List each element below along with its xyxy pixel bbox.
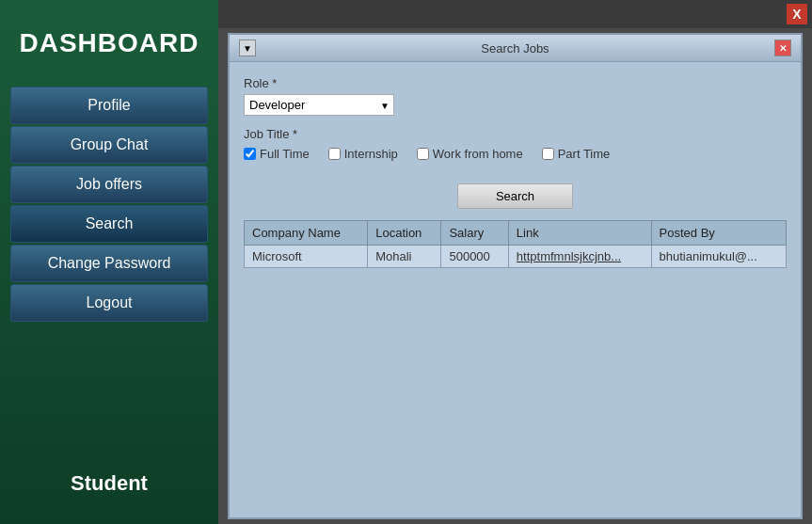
topbar-close-button[interactable]: X bbox=[787, 4, 807, 24]
wfh-checkbox-label[interactable]: Work from home bbox=[417, 147, 523, 161]
table-row: Microsoft Mohali 500000 httptmfmnlsjkcjn… bbox=[245, 246, 787, 268]
close-icon: ✕ bbox=[779, 43, 787, 54]
role-row: Role * Developer Designer Manager Analys… bbox=[244, 76, 787, 116]
parttime-label: Part Time bbox=[558, 147, 611, 161]
sidebar-item-change-password[interactable]: Change Password bbox=[10, 245, 208, 282]
search-jobs-window: ▼ Search Jobs ✕ Role * Developer Designe… bbox=[228, 33, 803, 519]
sidebar-item-group-chat[interactable]: Group Chat bbox=[10, 126, 208, 164]
role-select[interactable]: Developer Designer Manager Analyst Teste… bbox=[244, 94, 394, 116]
internship-checkbox-label[interactable]: Internship bbox=[328, 147, 398, 161]
col-salary: Salary bbox=[441, 221, 508, 246]
cell-salary: 500000 bbox=[441, 246, 508, 268]
sidebar-item-profile[interactable]: Profile bbox=[10, 87, 208, 124]
cell-location: Mohali bbox=[368, 246, 441, 268]
top-bar: X bbox=[218, 0, 812, 28]
sidebar-item-job-offers[interactable]: Job offers bbox=[10, 166, 208, 203]
role-select-wrapper: Developer Designer Manager Analyst Teste… bbox=[244, 94, 394, 116]
fulltime-checkbox-label[interactable]: Full Time bbox=[244, 147, 310, 161]
nav-menu: Profile Group Chat Job offers Search Cha… bbox=[0, 87, 218, 322]
window-content: Role * Developer Designer Manager Analys… bbox=[230, 62, 801, 517]
cell-posted-by: bhutianimukul@... bbox=[651, 246, 786, 268]
checkboxes-row: Full Time Internship Work from home Part… bbox=[244, 147, 787, 161]
user-role-label: Student bbox=[71, 471, 148, 524]
results-table-container: Company Name Location Salary Link Posted… bbox=[244, 220, 787, 268]
wfh-label: Work from home bbox=[433, 147, 523, 161]
results-table: Company Name Location Salary Link Posted… bbox=[244, 220, 787, 268]
cell-link[interactable]: httptmfmnlsjkcjnb... bbox=[508, 246, 651, 268]
window-titlebar: ▼ Search Jobs ✕ bbox=[230, 35, 801, 62]
job-title-row: Job Title * Full Time Internship Work fr… bbox=[244, 127, 787, 172]
sidebar-item-logout[interactable]: Logout bbox=[10, 284, 208, 322]
search-button-row: Search bbox=[244, 183, 787, 209]
internship-label: Internship bbox=[344, 147, 398, 161]
col-company-name: Company Name bbox=[245, 221, 368, 246]
fulltime-checkbox[interactable] bbox=[244, 148, 256, 160]
col-posted-by: Posted By bbox=[651, 221, 786, 246]
wfh-checkbox[interactable] bbox=[417, 148, 429, 160]
window-close-button[interactable]: ✕ bbox=[774, 40, 791, 56]
main-area: X ▼ Search Jobs ✕ Role * Developer Desig… bbox=[218, 0, 812, 524]
col-location: Location bbox=[368, 221, 441, 246]
window-minimize-button[interactable]: ▼ bbox=[239, 40, 256, 56]
fulltime-label: Full Time bbox=[260, 147, 310, 161]
window-title: Search Jobs bbox=[256, 41, 774, 56]
internship-checkbox[interactable] bbox=[328, 148, 341, 160]
sidebar: DASHBOARD Profile Group Chat Job offers … bbox=[0, 0, 218, 524]
dashboard-title: DASHBOARD bbox=[10, 0, 209, 87]
search-button[interactable]: Search bbox=[457, 183, 573, 209]
parttime-checkbox-label[interactable]: Part Time bbox=[542, 147, 611, 161]
minimize-icon: ▼ bbox=[243, 43, 252, 54]
cell-company: Microsoft bbox=[245, 246, 368, 268]
sidebar-item-search[interactable]: Search bbox=[10, 205, 208, 243]
job-title-label: Job Title * bbox=[244, 127, 787, 141]
role-label: Role * bbox=[244, 76, 787, 90]
parttime-checkbox[interactable] bbox=[542, 148, 554, 160]
col-link: Link bbox=[508, 221, 651, 246]
